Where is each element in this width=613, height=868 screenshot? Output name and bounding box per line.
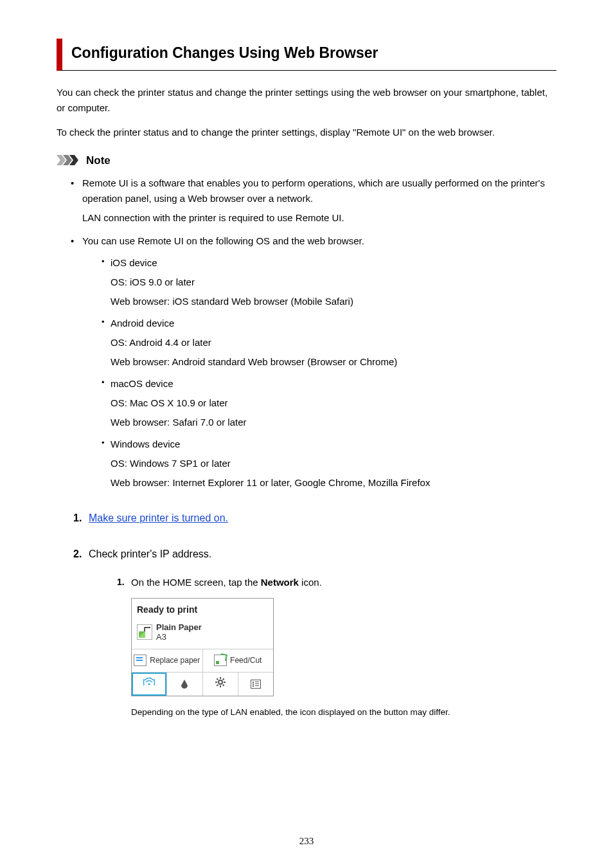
os-item: Android device OS: Android 4.4 or later … [102, 316, 556, 370]
note-list: Remote UI is a software that enables you… [57, 176, 556, 491]
screen-bottom-row [132, 673, 273, 696]
note-text: Remote UI is a software that enables you… [82, 177, 545, 204]
os-browser: Web browser: Android standard Web browse… [111, 354, 556, 370]
substep-text-pre: On the HOME screen, tap the [131, 577, 261, 588]
screen-settings-button[interactable] [202, 673, 238, 696]
os-version: OS: Mac OS X 10.9 or later [111, 395, 556, 411]
note-heading: Note [57, 152, 556, 169]
list-icon [251, 680, 261, 689]
page-number: 233 [0, 833, 613, 849]
intro-paragraph-1: You can check the printer status and cha… [57, 85, 556, 116]
os-name: Windows device [111, 439, 180, 449]
os-version: OS: Windows 7 SP1 or later [111, 456, 556, 471]
os-name: Android device [111, 318, 174, 329]
page-title-block: Configuration Changes Using Web Browser [57, 39, 556, 71]
os-version: OS: iOS 9.0 or later [111, 275, 556, 290]
screen-status: Ready to print [132, 599, 273, 619]
screen-paper-name: Plain Paper [156, 622, 202, 633]
os-browser: Web browser: Safari 7.0 or later [111, 415, 556, 430]
os-item: iOS device OS: iOS 9.0 or later Web brow… [102, 255, 556, 309]
printer-screen-mock: Ready to print Plain Paper A3 Replac [131, 598, 274, 696]
screen-ink-button[interactable] [166, 673, 202, 696]
gear-icon [215, 676, 226, 692]
screen-button-row: Replace paper Feed/Cut [132, 649, 273, 673]
screen-caption: Depending on the type of LAN enabled, th… [131, 705, 556, 719]
screen-jobs-button[interactable] [238, 673, 273, 696]
note-item: You can use Remote UI on the following O… [73, 233, 556, 491]
os-browser: Web browser: Internet Explorer 11 or lat… [111, 475, 556, 491]
step-item: Check printer's IP address. On the HOME … [73, 546, 556, 719]
note-subtext: LAN connection with the printer is requi… [82, 210, 556, 226]
screen-paper-text: Plain Paper A3 [156, 622, 202, 642]
svg-line-11 [217, 685, 218, 686]
screen-feedcut-label: Feed/Cut [230, 655, 262, 667]
screen-feedcut-button[interactable]: Feed/Cut [202, 649, 274, 672]
screen-replace-button[interactable]: Replace paper [132, 649, 202, 672]
svg-line-12 [222, 678, 224, 680]
feed-cut-icon [214, 655, 227, 666]
steps-list: Make sure printer is turned on. Check pr… [57, 510, 556, 719]
substep-item: On the HOME screen, tap the Network icon… [117, 575, 556, 719]
step-item: Make sure printer is turned on. [73, 510, 556, 527]
os-name: iOS device [111, 257, 157, 268]
intro-paragraph-2: To check the printer status and to chang… [57, 125, 556, 140]
os-list: iOS device OS: iOS 9.0 or later Web brow… [82, 255, 556, 491]
substep-text-post: icon. [299, 577, 322, 588]
svg-point-4 [218, 680, 222, 684]
substeps-list: On the HOME screen, tap the Network icon… [89, 575, 556, 719]
step-link-power-on[interactable]: Make sure printer is turned on. [89, 512, 228, 523]
step-text: Check printer's IP address. [89, 548, 211, 559]
note-item: Remote UI is a software that enables you… [73, 176, 556, 226]
note-text: You can use Remote UI on the following O… [82, 235, 364, 246]
substep-text-bold: Network [261, 577, 299, 588]
os-item: Windows device OS: Windows 7 SP1 or late… [102, 437, 556, 491]
svg-line-9 [217, 678, 218, 680]
screen-replace-label: Replace paper [150, 656, 200, 665]
wifi-icon [143, 676, 155, 692]
os-name: macOS device [111, 378, 173, 389]
os-item: macOS device OS: Mac OS X 10.9 or later … [102, 376, 556, 430]
os-version: OS: Android 4.4 or later [111, 335, 556, 350]
svg-line-10 [222, 685, 224, 686]
screen-paper-size: A3 [156, 632, 202, 642]
paper-thumb-icon [137, 624, 152, 640]
note-label: Note [86, 152, 111, 169]
page-title: Configuration Changes Using Web Browser [71, 44, 378, 61]
svg-point-3 [148, 683, 150, 685]
os-browser: Web browser: iOS standard Web browser (M… [111, 294, 556, 309]
screen-paper-row: Plain Paper A3 [132, 620, 273, 649]
screen-network-button[interactable] [132, 673, 166, 696]
replace-paper-icon [134, 655, 147, 666]
ink-drop-icon [181, 679, 188, 689]
chevron-note-icon [57, 155, 82, 165]
